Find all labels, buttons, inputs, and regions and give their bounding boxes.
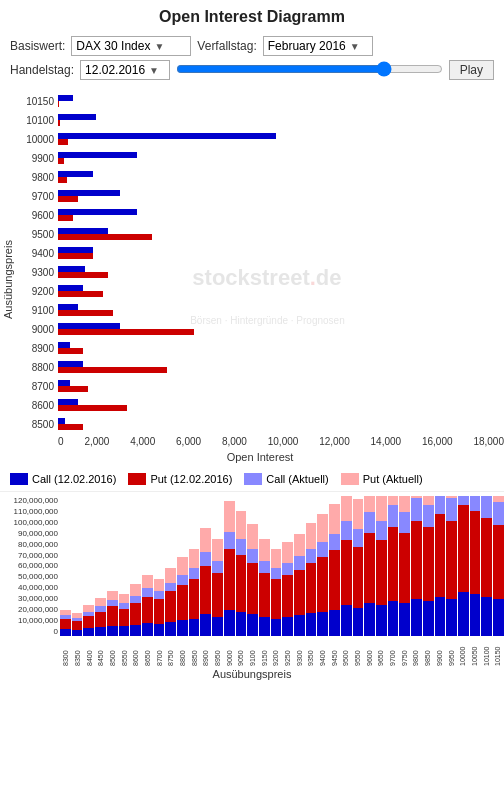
put-bar	[212, 573, 223, 617]
basiswert-select[interactable]: DAX 30 Index ▼	[71, 36, 191, 56]
call-bar	[142, 623, 153, 636]
bottom-x-tick: 9200	[272, 638, 279, 666]
call-aktuell-bar	[247, 549, 258, 563]
legend-label: Put (12.02.2016)	[150, 473, 232, 485]
bar-label: 9300	[16, 267, 58, 278]
call-bar	[58, 95, 73, 101]
bars-area	[58, 265, 504, 279]
put-aktuell-bar	[376, 496, 387, 521]
bottom-x-tick: 9550	[354, 638, 361, 666]
bottom-bar-group	[212, 539, 223, 636]
chart-title: Open Interest Diagramm	[0, 0, 504, 32]
bottom-bar-group	[154, 579, 165, 636]
bottom-x-tick: 9750	[401, 638, 408, 666]
bottom-y-tick: 30,000,000	[18, 594, 58, 603]
bottom-bar-group	[107, 591, 118, 637]
put-aktuell-bar	[142, 575, 153, 588]
bottom-bar-group	[341, 496, 352, 636]
put-bar	[493, 525, 504, 599]
call-bar	[200, 614, 211, 636]
call-bar	[470, 594, 481, 636]
call-bar	[165, 622, 176, 636]
bar-row: 8900	[16, 339, 504, 357]
bar-row: 9100	[16, 301, 504, 319]
put-bar	[189, 579, 200, 618]
chart-area: Ausübungspreis 1015010100100009900980097…	[0, 92, 504, 467]
bottom-y-tick: 110,000,000	[14, 507, 59, 516]
call-aktuell-bar	[130, 596, 141, 603]
bottom-x-label: Ausübungspreis	[0, 666, 504, 682]
bar-label: 9800	[16, 172, 58, 183]
call-bar	[224, 610, 235, 636]
bottom-x-tick: 8300	[62, 638, 69, 666]
bars-area	[58, 151, 504, 165]
bottom-bar-group	[353, 499, 364, 636]
bars-area	[58, 360, 504, 374]
call-bar	[446, 599, 457, 636]
bottom-bar-group	[142, 575, 153, 636]
put-bar	[58, 234, 152, 240]
bar-label: 10000	[16, 134, 58, 145]
controls-area: Basiswert: DAX 30 Index ▼ Verfallstag: F…	[0, 32, 504, 88]
put-bar	[60, 619, 71, 630]
call-aktuell-bar	[435, 496, 446, 514]
bar-row: 8600	[16, 396, 504, 414]
put-bar	[165, 591, 176, 622]
call-bar	[481, 597, 492, 636]
bottom-bar-group	[282, 542, 293, 637]
legend-color-box	[128, 473, 146, 485]
call-bar	[306, 613, 317, 636]
legend-item: Put (Aktuell)	[341, 473, 423, 485]
put-bar	[423, 527, 434, 601]
put-bar	[72, 621, 83, 630]
main-y-axis-label: Ausübungspreis	[0, 92, 16, 467]
put-aktuell-bar	[247, 524, 258, 549]
put-bar	[388, 527, 399, 601]
bottom-bar-group	[72, 613, 83, 636]
put-aktuell-bar	[95, 598, 106, 606]
put-bar	[329, 550, 340, 610]
bottom-bar-group	[364, 496, 375, 636]
put-bar	[200, 566, 211, 614]
bottom-bar-group	[317, 514, 328, 636]
bar-label: 9600	[16, 210, 58, 221]
chart-inner: 1015010100100009900980097009600950094009…	[16, 92, 504, 467]
bottom-x-tick: 9900	[436, 638, 443, 666]
put-aktuell-bar	[399, 496, 410, 512]
handelstag-select[interactable]: 12.02.2016 ▼	[80, 60, 170, 80]
call-bar	[83, 628, 94, 636]
call-aktuell-bar	[189, 568, 200, 579]
bar-label: 9400	[16, 248, 58, 259]
x-tick: 12,000	[319, 436, 350, 447]
play-button[interactable]: Play	[449, 60, 494, 80]
bars-area	[58, 113, 504, 127]
call-aktuell-bar	[165, 583, 176, 592]
call-bar	[458, 592, 469, 636]
put-aktuell-bar	[130, 584, 141, 595]
bars-area	[58, 379, 504, 393]
legend: Call (12.02.2016)Put (12.02.2016)Call (A…	[0, 467, 504, 491]
bar-label: 8800	[16, 362, 58, 373]
put-bar	[58, 139, 68, 145]
verfallstag-select[interactable]: February 2016 ▼	[263, 36, 373, 56]
bar-chart: 1015010100100009900980097009600950094009…	[16, 92, 504, 433]
call-bar	[329, 610, 340, 636]
main-x-axis-label: Open Interest	[16, 449, 504, 467]
time-slider[interactable]	[176, 62, 443, 76]
legend-item: Call (Aktuell)	[244, 473, 328, 485]
bar-label: 9900	[16, 153, 58, 164]
x-tick: 0	[58, 436, 64, 447]
bottom-bar-group	[470, 496, 481, 636]
bottom-bar-group	[259, 539, 270, 636]
put-bar	[376, 540, 387, 606]
x-tick: 4,000	[130, 436, 155, 447]
bar-label: 10100	[16, 115, 58, 126]
bottom-x-tick: 8450	[97, 638, 104, 666]
put-bar	[58, 291, 103, 297]
bar-row: 10150	[16, 92, 504, 110]
bottom-x-tick: 8350	[74, 638, 81, 666]
bottom-x-tick: 9300	[296, 638, 303, 666]
verfallstag-value: February 2016	[268, 39, 346, 53]
bottom-x-tick: 9150	[261, 638, 268, 666]
page: Open Interest Diagramm Basiswert: DAX 30…	[0, 0, 504, 686]
